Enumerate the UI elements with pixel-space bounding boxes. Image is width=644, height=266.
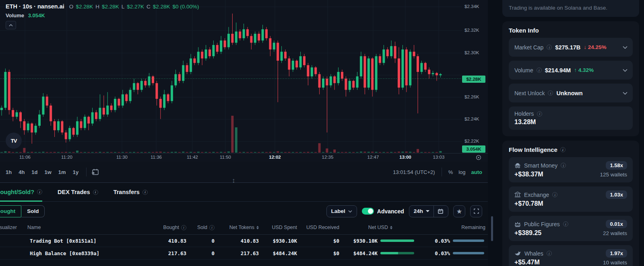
close-value: $2.28K <box>153 4 170 10</box>
sort-icon[interactable] <box>390 226 392 229</box>
whales-card[interactable]: Whalesi1.97x+$5.47M10 wallets <box>509 245 633 266</box>
info-icon[interactable]: i <box>537 111 542 117</box>
candle-body <box>61 121 63 133</box>
axis-settings-icon[interactable] <box>476 155 481 160</box>
col-visualizer[interactable]: Visualizer <box>0 225 23 230</box>
candle-body <box>420 63 423 72</box>
exchange-card[interactable]: Exchangei1.03x+$70.78M <box>509 186 633 212</box>
fullscreen-button[interactable] <box>470 205 482 217</box>
favorite-button[interactable]: ★ <box>453 205 465 217</box>
candle-body <box>136 83 139 90</box>
info-icon[interactable]: i <box>181 225 186 230</box>
info-icon[interactable]: i <box>37 189 42 194</box>
candle-body <box>432 73 434 74</box>
date-range-icon[interactable] <box>91 169 99 176</box>
tab-bought-sold[interactable]: Bought/Sold?i <box>0 183 42 202</box>
interval-1y[interactable]: 1y <box>73 169 78 175</box>
table-row[interactable]: High Balance [0xe8339a]217.630217.63$484… <box>0 247 488 260</box>
next-unlock-card[interactable]: Next Unlock i Unknown <box>509 84 633 102</box>
volume-bar <box>318 143 321 153</box>
chevron-down-icon[interactable] <box>623 46 627 49</box>
volume-bar <box>129 152 132 153</box>
tradingview-logo[interactable]: TV <box>6 133 22 149</box>
calendar-icon[interactable] <box>433 206 444 217</box>
candle-body <box>314 68 317 74</box>
col-name[interactable]: Name <box>27 225 132 230</box>
clock-utc[interactable]: 13:01:54 (UTC+2) <box>393 169 435 175</box>
volume-card[interactable]: Volume i $214.94M ↑ 4.32% <box>509 61 633 80</box>
bought-segment-button[interactable]: Bought <box>0 205 21 217</box>
sold-segment-button[interactable]: Sold <box>21 205 45 217</box>
candle-body <box>133 83 135 90</box>
chevron-down-icon[interactable] <box>623 92 627 94</box>
tab-transfers[interactable]: Transfersi <box>114 183 148 201</box>
time-range-dropdown[interactable]: 24h <box>409 205 448 217</box>
col-net-usd[interactable]: Net USD <box>339 225 416 230</box>
info-icon[interactable]: i <box>209 225 215 230</box>
volume-bar <box>337 152 340 153</box>
info-icon[interactable]: i <box>560 147 566 152</box>
smart-money-card[interactable]: Smart Moneyi1.58x+$38.37M125 wallets <box>509 157 633 182</box>
log-scale-button[interactable]: log <box>458 169 465 175</box>
info-icon[interactable]: i <box>547 45 552 50</box>
info-icon[interactable]: i <box>93 190 98 195</box>
panel-resize-handle[interactable]: ↕ <box>232 177 235 185</box>
col-usd-spent[interactable]: USD Spent <box>259 225 297 230</box>
price-axis[interactable]: $2.34K$2.32K$2.30K$2.26K$2.24K$2.22K $2.… <box>462 0 488 153</box>
star-icon: ★ <box>457 208 462 215</box>
volume-bar <box>23 148 25 153</box>
col-sold[interactable]: Soldi <box>186 225 215 230</box>
info-icon[interactable]: i <box>563 221 568 227</box>
percent-scale-button[interactable]: % <box>448 169 453 175</box>
collapse-legend-button[interactable] <box>6 21 16 29</box>
col-remaining[interactable]: Remaining <box>416 225 488 230</box>
label-filter-dropdown[interactable]: Label <box>326 205 357 217</box>
candle-body <box>50 106 52 121</box>
interval-1w[interactable]: 1w <box>45 169 52 175</box>
auto-scale-button[interactable]: auto <box>471 169 482 175</box>
time-axis[interactable]: 11:0611:2011:3011:3611:4211:5012:0212:35… <box>0 153 488 162</box>
interval-1m[interactable]: 1m <box>58 169 66 175</box>
cell-bought: 410.83 <box>132 238 186 244</box>
price-axis-label: $2.34K <box>464 4 479 9</box>
candle-body <box>148 76 151 85</box>
price-chart-panel[interactable]: ETH · 10s · nansen.ai O$2.28K H$2.28K L$… <box>0 0 488 183</box>
candlestick-chart[interactable] <box>0 0 462 153</box>
table-row[interactable]: Trading Bot [0x8151a1]410.830410.83$930.… <box>0 235 488 247</box>
interval-1h[interactable]: 1h <box>6 169 12 175</box>
interval-1d[interactable]: 1d <box>31 169 37 175</box>
flow-intelligence-section: Flow Intelligencei Smart Moneyi1.58x+$38… <box>502 141 639 266</box>
cell-net-usd: $484.24K <box>339 250 378 256</box>
info-icon[interactable]: i <box>552 192 557 197</box>
interval-4h[interactable]: 4h <box>19 169 25 175</box>
candle-body <box>390 46 392 56</box>
public-figures-card[interactable]: Public Figuresi0.01x+$389.2522 wallets <box>509 216 633 241</box>
info-icon[interactable]: i <box>547 251 552 256</box>
info-icon[interactable]: i <box>548 90 553 96</box>
cell-sold: 0 <box>186 238 215 244</box>
holders-card[interactable]: Holders i 13.28M <box>509 106 633 130</box>
volume-bar <box>379 152 381 153</box>
symbol-title: ETH · 10s · nansen.ai <box>6 3 64 10</box>
market-cap-card[interactable]: Market Cap i $275.17B ↓ 24.25% <box>509 38 633 57</box>
tabs-row: Bought/Sold?i DEX Tradesi Transfersi <box>0 183 488 202</box>
tab-dex-trades[interactable]: DEX Tradesi <box>58 183 98 201</box>
info-icon[interactable]: i <box>142 190 148 195</box>
cell-usd-spent: $930.10K <box>259 238 297 244</box>
volume-tag: 3.054K <box>462 145 485 153</box>
volume-bar <box>50 152 52 153</box>
sidebar-scrollbar[interactable] <box>491 216 493 241</box>
info-icon[interactable]: i <box>561 163 566 168</box>
info-icon[interactable]: i <box>537 68 542 73</box>
volume-bar <box>224 152 226 153</box>
advanced-toggle[interactable] <box>362 208 374 215</box>
volume-bar <box>420 152 423 153</box>
col-usd-received[interactable]: USD Received <box>297 225 339 230</box>
volume-bar <box>114 152 116 153</box>
chevron-down-icon[interactable] <box>623 69 627 72</box>
flow-card-label: Smart Money <box>524 162 557 169</box>
candle-body <box>129 90 132 101</box>
col-bought[interactable]: Boughti <box>132 225 186 230</box>
col-net-tokens[interactable]: Net Tokens <box>215 225 259 230</box>
token-sidebar: Trading is available on Solana and Base.… <box>488 0 644 266</box>
